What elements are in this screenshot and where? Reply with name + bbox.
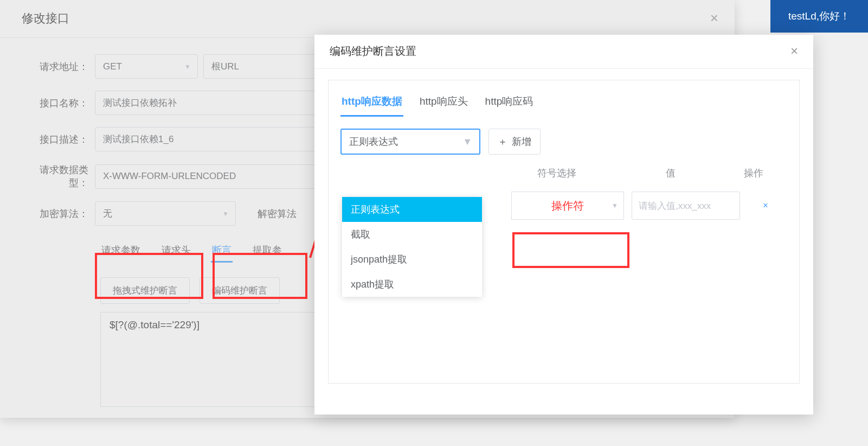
dropdown-item-substr[interactable]: 截取 <box>342 222 482 247</box>
value-input[interactable]: 请输入值,xxx_xxx <box>632 192 740 220</box>
controls-row: 正则表达式 ▼ ＋ 新增 <box>340 129 787 155</box>
dropdown-menu: 正则表达式 截取 jsonpath提取 xpath提取 <box>342 197 482 297</box>
col-symbol: 符号选择 <box>500 167 614 180</box>
user-greeting: testLd,你好！ <box>770 0 868 33</box>
close-icon[interactable]: × <box>790 43 798 59</box>
response-tabs: http响应数据 http响应头 http响应码 <box>340 91 787 117</box>
operator-select[interactable]: 操作符 ▼ <box>511 192 624 220</box>
col-action: 操作 <box>728 167 779 180</box>
extraction-type-select[interactable]: 正则表达式 ▼ <box>340 129 480 155</box>
chevron-down-icon: ▼ <box>612 202 618 209</box>
col-value: 值 <box>614 167 728 180</box>
dropdown-item-xpath[interactable]: xpath提取 <box>342 272 482 297</box>
dialog-title: 编码维护断言设置 <box>330 44 416 59</box>
dialog-body: http响应数据 http响应头 http响应码 正则表达式 ▼ ＋ 新增 正则… <box>314 69 813 394</box>
panel: http响应数据 http响应头 http响应码 正则表达式 ▼ ＋ 新增 正则… <box>328 80 800 384</box>
dropdown-item-jsonpath[interactable]: jsonpath提取 <box>342 247 482 272</box>
annotation-box <box>512 232 629 268</box>
tab-resp-code[interactable]: http响应码 <box>484 91 535 117</box>
delete-icon[interactable]: × <box>752 201 779 211</box>
tab-resp-headers[interactable]: http响应头 <box>419 91 469 117</box>
chevron-down-icon: ▼ <box>462 136 472 148</box>
assert-settings-dialog: 编码维护断言设置 × http响应数据 http响应头 http响应码 正则表达… <box>314 35 813 415</box>
table-header: 符号选择 值 操作 <box>340 167 787 180</box>
plus-icon: ＋ <box>498 135 507 148</box>
dialog-header: 编码维护断言设置 × <box>314 35 813 69</box>
dropdown-item-regex[interactable]: 正则表达式 <box>342 197 482 222</box>
add-button[interactable]: ＋ 新增 <box>488 129 541 155</box>
tab-resp-data[interactable]: http响应数据 <box>340 91 403 117</box>
